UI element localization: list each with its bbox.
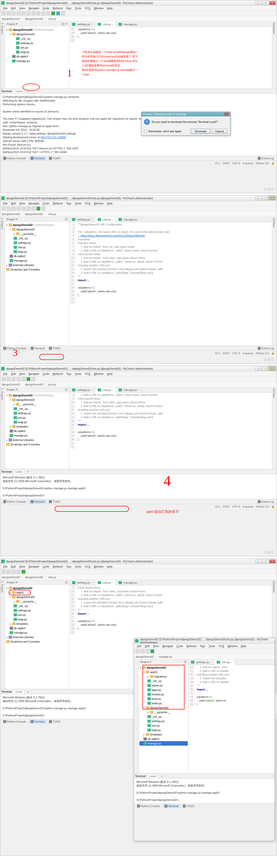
menu-run[interactable]: Run bbox=[65, 6, 73, 10]
tab-todo[interactable]: TODO bbox=[47, 156, 63, 160]
toolbar bbox=[0, 11, 277, 16]
close-icon[interactable]: × bbox=[138, 23, 139, 26]
terminate-button[interactable]: Terminate bbox=[191, 129, 210, 134]
tab-terminal[interactable]: Terminal bbox=[29, 156, 47, 160]
tab-python-console[interactable]: Python Console bbox=[1, 156, 28, 160]
tab-todo[interactable]: TODO bbox=[47, 346, 63, 350]
annotation-mark-1: 1 bbox=[67, 67, 72, 79]
open-icon[interactable] bbox=[2, 11, 6, 16]
right-gutter[interactable]: Database bbox=[272, 22, 277, 88]
app-icon bbox=[1, 196, 5, 200]
annotation-circle-app01 bbox=[9, 590, 31, 595]
terminate-dialog: Process 'Terminal Local' Is Running × ? … bbox=[141, 112, 230, 135]
refresh-icon[interactable] bbox=[12, 11, 15, 16]
tab-terminal[interactable]: Terminal bbox=[29, 346, 47, 350]
terminal-output[interactable]: D:\Python\Project\djangoDemo02>python ma… bbox=[0, 94, 277, 156]
console-icon bbox=[3, 157, 6, 160]
undo-icon[interactable] bbox=[16, 11, 21, 16]
copy-icon[interactable] bbox=[31, 11, 35, 16]
menu-window[interactable]: Window bbox=[92, 6, 105, 10]
maximize-button[interactable]: □ bbox=[263, 1, 269, 5]
menu-edit[interactable]: Edit bbox=[10, 6, 17, 10]
menu-tools[interactable]: Tools bbox=[73, 6, 83, 10]
tab-event-log[interactable]: Event Log bbox=[256, 156, 276, 160]
dialog-titlebar[interactable]: Process 'Terminal Local' Is Running × bbox=[141, 112, 230, 117]
terminal-tab-local[interactable]: Local bbox=[13, 89, 24, 93]
tree-inner[interactable]: ▾djangoDemo02 bbox=[6, 32, 69, 36]
annotation-text-1: 下面演示创建第一个hello world的django网页！ 因为前面我们已经r… bbox=[82, 50, 230, 76]
terminal-label: Terminal: bbox=[1, 90, 12, 93]
tab-manage[interactable]: manage.py× bbox=[116, 22, 142, 27]
tab-settings[interactable]: settings.py× bbox=[69, 22, 95, 27]
line-ending[interactable]: CRLF bbox=[222, 162, 230, 165]
menu-vcs[interactable]: VCS bbox=[83, 6, 92, 10]
crumb-file[interactable]: urls.py bbox=[48, 17, 56, 20]
tree-wsgi[interactable]: wsgi.py bbox=[6, 50, 69, 54]
menu-help[interactable]: Help bbox=[105, 6, 114, 10]
menu-view[interactable]: View bbox=[18, 6, 27, 10]
save-icon[interactable] bbox=[7, 11, 11, 16]
cancel-button[interactable]: Cancel bbox=[212, 129, 228, 134]
tab-event-log[interactable]: Event Log bbox=[256, 346, 276, 350]
collapse-icon[interactable]: ⇤ bbox=[66, 22, 68, 26]
encoding[interactable]: UTF-8 bbox=[232, 162, 240, 165]
run-icon[interactable] bbox=[36, 207, 40, 211]
lock-icon: 🔒 bbox=[271, 161, 275, 165]
terminal-output[interactable]: Microsoft Windows [版本 6.1.7601] 版权所有 (c)… bbox=[0, 474, 277, 499]
close-icon[interactable]: × bbox=[91, 23, 93, 26]
project-header[interactable]: Project ▾ ⇤ bbox=[5, 22, 69, 27]
annotation-app01-name: app01是自己取的名字 bbox=[146, 509, 179, 514]
back-icon[interactable] bbox=[41, 11, 45, 16]
terminal-panel: Terminal: Local + D:\Python\Project\djan… bbox=[0, 88, 277, 156]
run-icon[interactable] bbox=[51, 11, 55, 16]
menu-code[interactable]: Code bbox=[41, 6, 51, 10]
left-gutter[interactable]: 1: Project bbox=[0, 217, 5, 346]
interpreter[interactable]: Python 3.6 bbox=[256, 162, 269, 165]
remember-checkbox[interactable] bbox=[144, 130, 147, 133]
tree-settings[interactable]: settings.py bbox=[6, 41, 69, 45]
dialog-close-icon[interactable]: × bbox=[224, 113, 229, 116]
indent[interactable]: 4 spaces bbox=[242, 162, 253, 165]
tree-manage-selected[interactable]: manage.py bbox=[139, 741, 188, 746]
tree-init[interactable]: _init_.py bbox=[6, 36, 69, 41]
redo-icon[interactable] bbox=[22, 11, 26, 16]
code-editor[interactable]: 18192021 urlpatterns = [ path('admin/', … bbox=[69, 27, 272, 43]
tab-manage[interactable]: manage.py× bbox=[116, 217, 142, 222]
tree-root[interactable]: ▾djangoDemo02 D:\Python\Project... bbox=[6, 28, 69, 32]
tab-urls[interactable]: urls.py× bbox=[95, 22, 116, 27]
forward-icon[interactable] bbox=[46, 11, 50, 16]
close-icon[interactable]: × bbox=[112, 23, 113, 26]
watermark: 亿速云 bbox=[264, 187, 274, 191]
code-editor[interactable]: 12345678910111213141516171819202122 """d… bbox=[69, 222, 272, 305]
tab-urls[interactable]: urls.py× bbox=[95, 217, 116, 222]
pycharm-window-1: djangoDemo02 [D:\Python\Project\djangoDe… bbox=[0, 0, 277, 193]
menu-navigate[interactable]: Navigate bbox=[27, 6, 41, 10]
pycharm-window-2: djangoDemo02 [D:\Python\Project\djangoDe… bbox=[0, 195, 277, 364]
cut-icon[interactable] bbox=[27, 11, 30, 16]
close-button[interactable]: × bbox=[269, 1, 276, 5]
tab-settings[interactable]: settings.py× bbox=[69, 217, 95, 222]
pycharm-window-4: djangoDemo02 [D:\Python\Project\djangoDe… bbox=[0, 558, 277, 856]
stop-icon[interactable] bbox=[61, 11, 65, 16]
menu-refactor[interactable]: Refactor bbox=[51, 6, 65, 10]
crumb-folder[interactable]: djangoDemo02 bbox=[25, 17, 43, 20]
minimize-button[interactable]: — bbox=[255, 1, 262, 5]
crumb-root[interactable]: djangoDemo02 bbox=[2, 17, 20, 20]
tree-db[interactable]: db.sqlite3 bbox=[6, 54, 69, 59]
tree-manage[interactable]: manage.py bbox=[6, 59, 69, 63]
titlebar[interactable]: djangoDemo02 [D:\Python\Project\djangoDe… bbox=[0, 195, 277, 201]
gear-icon[interactable] bbox=[65, 218, 68, 221]
paste-icon[interactable] bbox=[36, 11, 40, 16]
debug-icon[interactable] bbox=[56, 11, 60, 16]
left-gutter[interactable]: 1: Project bbox=[0, 22, 5, 88]
project-tree: ▾djangoDemo02 D:\Python\Project... ▾djan… bbox=[5, 27, 69, 64]
menubar: FileEditViewNavigateCodeRefactorRunTools… bbox=[0, 201, 277, 206]
terminal-icon bbox=[31, 157, 34, 160]
minimize-button[interactable]: — bbox=[255, 196, 262, 200]
gear-icon[interactable] bbox=[62, 23, 65, 26]
project-panel: Project ▾ ▾djangoDemo02 D:\Python\Projec… bbox=[5, 217, 69, 346]
menu-file[interactable]: File bbox=[2, 6, 9, 10]
titlebar[interactable]: djangoDemo02 [D:\Python\Project\djangoDe… bbox=[0, 0, 277, 6]
app-icon bbox=[1, 1, 5, 5]
tree-urls[interactable]: urls.py bbox=[6, 45, 69, 50]
